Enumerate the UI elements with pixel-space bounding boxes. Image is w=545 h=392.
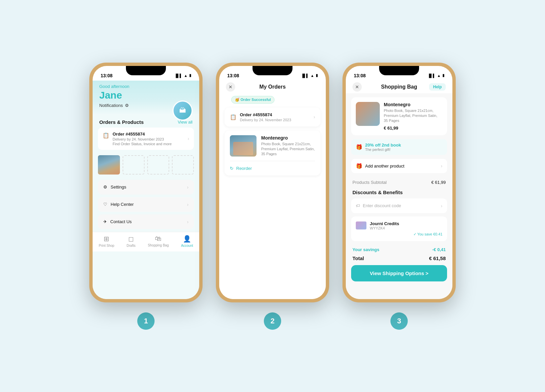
phone2-screen: ✕ My Orders 🥳 Order Successful 📋 Order #…	[219, 81, 326, 299]
phone2-header: ✕ My Orders	[219, 81, 326, 93]
reorder-icon: ↻	[230, 166, 234, 171]
order-item[interactable]: 📋 Order #4555874 Delivery by 24. Novembe…	[98, 128, 194, 150]
discount-label: 🏷 Enter discount code	[356, 203, 401, 208]
drafts-icon: ◻	[128, 235, 134, 243]
signal-icon-3: ▐▌▌	[428, 74, 435, 78]
phone3-screen: ✕ Shopping Bag Help Montenegro Photo Boo…	[346, 81, 452, 299]
credits-info: Journi Credits WYYZK4	[370, 221, 399, 230]
close-btn-2[interactable]: ✕	[226, 82, 235, 92]
nav-account[interactable]: 👤 Account	[181, 235, 193, 247]
product-info-2: Montenegro Photo Book, Square 21x21cm, P…	[261, 135, 315, 157]
help-btn[interactable]: Help	[429, 83, 446, 91]
step-1: 1	[137, 312, 155, 330]
page-title-3: Shopping Bag	[381, 84, 417, 90]
nav-print-shop-label: Print Shop	[99, 244, 114, 247]
phone2-wrapper: 13:08 ▐▌▌ ▲ ▮ ✕ My Orders 🥳 Order Succes…	[216, 63, 329, 330]
photo-book-inner	[98, 155, 120, 175]
product-desc-2: Photo Book, Square 21x21cm, Premium Layf…	[261, 142, 315, 157]
cta-label: View Shipping Options >	[370, 270, 428, 276]
help-left: ♡ Help Center	[103, 202, 134, 207]
add-product-row[interactable]: 🎁 Add another product ›	[351, 159, 447, 173]
phone1-inner: 13:08 ▐▌▌ ▲ ▮ Good afternoon Jane Notifi…	[93, 66, 199, 299]
discounts-section: Discounts & Benefits 🏷 Enter discount co…	[351, 190, 447, 241]
discount-placeholder: Enter discount code	[363, 203, 401, 208]
credits-code: WYYZK4	[370, 226, 399, 230]
order-delivery: Delivery by 24. November 2023	[113, 137, 184, 141]
total-row: Total € 61,58	[351, 253, 447, 265]
nav-drafts[interactable]: ◻ Drafts	[127, 235, 136, 247]
promo-text: 20% off 2nd book The perfect gift!	[365, 143, 401, 152]
notch3	[379, 66, 419, 75]
battery-icon-3: ▮	[442, 73, 444, 78]
promo-banner: 🎁 20% off 2nd book The perfect gift!	[351, 139, 447, 155]
step-3: 3	[390, 312, 408, 330]
settings-label: Settings	[111, 185, 126, 190]
order-text: Order #4555874 Delivery by 24. November …	[240, 112, 291, 122]
help-chevron: ›	[187, 202, 189, 207]
page-title-2: My Orders	[259, 84, 285, 90]
bottom-nav: ⊞ Print Shop ◻ Drafts 🛍 Shopping Bag	[93, 232, 199, 251]
product-thumb-2	[230, 135, 257, 157]
bag-product-name: Montenegro	[384, 102, 442, 107]
photo-placeholder-1	[123, 155, 145, 175]
battery-icon-2: ▮	[316, 73, 318, 78]
print-shop-icon: ⊞	[104, 235, 109, 243]
order-id: Order #4555874	[113, 132, 184, 137]
settings-icon: ⚙	[103, 185, 107, 190]
product-card-2: Montenegro Photo Book, Square 21x21cm, P…	[225, 131, 320, 176]
reorder-btn[interactable]: ↻ Reorder	[230, 161, 315, 171]
total-value: € 61,58	[429, 255, 446, 261]
add-product-label: Add another product	[365, 164, 404, 169]
phone1: 13:08 ▐▌▌ ▲ ▮ Good afternoon Jane Notifi…	[89, 63, 203, 302]
help-item[interactable]: ♡ Help Center ›	[98, 197, 194, 212]
discounts-title: Discounts & Benefits	[351, 190, 447, 195]
bag-thumb	[356, 102, 380, 126]
greeting-label: Good afternoon	[99, 84, 193, 89]
cta-button[interactable]: View Shipping Options >	[351, 265, 447, 281]
order-card-2[interactable]: 📋 Order #4555874 Delivery by 24. Novembe…	[225, 108, 320, 127]
phone1-wrapper: 13:08 ▐▌▌ ▲ ▮ Good afternoon Jane Notifi…	[89, 63, 203, 330]
contact-label: Contact Us	[110, 219, 132, 224]
notch1	[126, 66, 166, 75]
credits-row: Journi Credits WYYZK4	[356, 221, 442, 230]
order-icon: 📋	[103, 132, 109, 139]
subtotal-value: € 61,99	[431, 180, 446, 185]
order-chevron: ›	[188, 136, 189, 141]
phone3-wrapper: 13:08 ▐▌▌ ▲ ▮ ✕ Shopping Bag Help	[342, 63, 456, 330]
add-product-chevron: ›	[441, 163, 442, 169]
photo-book-thumb	[98, 155, 120, 175]
promo-sub: The perfect gift!	[365, 148, 401, 152]
success-badge: 🥳 Order Successful	[231, 96, 274, 104]
phone2-inner: 13:08 ▐▌▌ ▲ ▮ ✕ My Orders 🥳 Order Succes…	[219, 66, 326, 299]
bag-product-card: Montenegro Photo Book, Square 21x21cm, P…	[351, 97, 447, 135]
order-sub: Find Order Status, Invoice and more	[113, 142, 184, 146]
promo-main: 20% off 2nd book	[365, 143, 401, 148]
nav-print-shop[interactable]: ⊞ Print Shop	[99, 235, 114, 247]
your-savings-label: Your savings	[352, 247, 379, 252]
wifi-icon-2: ▲	[310, 74, 314, 78]
order-item-left: 📋 Order #4555874 Delivery by 24. Novembe…	[103, 132, 184, 146]
notifications-icon: ⚙	[125, 103, 129, 108]
discount-icon: 🏷	[356, 203, 360, 208]
notch2	[253, 66, 292, 75]
settings-left: ⚙ Settings	[103, 185, 126, 190]
step-2: 2	[264, 312, 281, 330]
subtotal-row: Products Subtotal € 61,99	[351, 178, 447, 190]
bag-product-desc: Photo Book, Square 21x21cm, Premium Layf…	[384, 108, 442, 124]
nav-account-label: Account	[181, 244, 193, 247]
contact-item[interactable]: ✈ Contact Us ›	[98, 214, 194, 229]
contact-left: ✈ Contact Us	[103, 219, 132, 224]
reorder-label: Reorder	[236, 166, 252, 171]
bag-content: Montenegro Photo Book, Square 21x21cm, P…	[346, 93, 452, 292]
discount-input-row[interactable]: 🏷 Enter discount code ›	[351, 198, 447, 213]
shopping-bag-icon: 🛍	[155, 235, 162, 242]
time-2: 13:08	[227, 73, 239, 78]
close-btn-3[interactable]: ✕	[352, 82, 362, 92]
photo-placeholder-3	[172, 155, 194, 175]
credits-name: Journi Credits	[370, 221, 399, 226]
settings-item[interactable]: ⚙ Settings ›	[98, 180, 194, 195]
phone1-screen: Good afternoon Jane Notifications ⚙ 🏔 Or…	[93, 81, 199, 299]
status-icons-3: ▐▌▌ ▲ ▮	[428, 73, 444, 78]
status-icons-1: ▐▌▌ ▲ ▮	[175, 73, 191, 78]
nav-shopping-bag[interactable]: 🛍 Shopping Bag	[148, 235, 169, 247]
